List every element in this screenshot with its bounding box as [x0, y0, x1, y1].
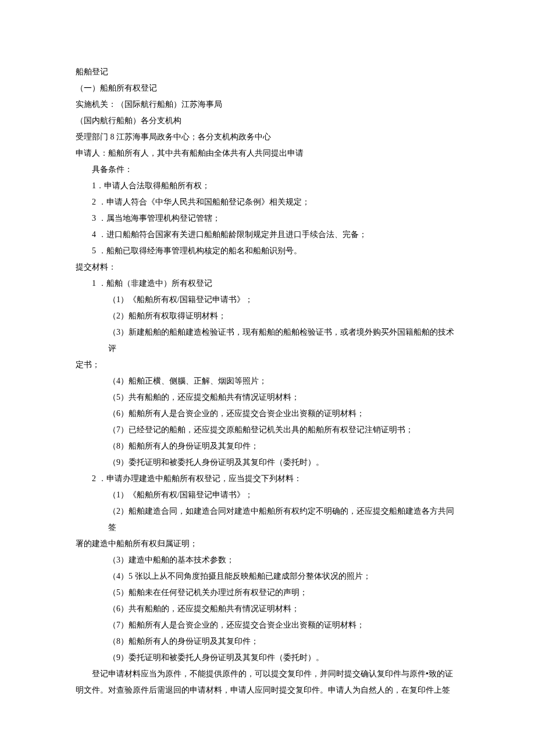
materials-b-item-wrap2: 署的建造中船舶所有权归属证明；: [76, 536, 459, 552]
condition-item: 4 ．进口船舶符合国家有关进口船舶船龄限制规定并且进口手续合法、完备；: [76, 227, 459, 243]
footer-note-line1: 登记申请材料应当为原件，不能提供原件的，可以提交复印件，并同时提交确认复印件与原…: [76, 666, 459, 682]
materials-b-item: （6）共有船舶的，还应提交船舶共有情况证明材料；: [76, 601, 459, 617]
materials-b-item: （3）建造中船舶的基本技术参数；: [76, 552, 459, 568]
agency-line-2: （国内航行船舶）各分支机构: [76, 113, 459, 129]
document-page: 船舶登记 （一）船舶所有权登记 实施机关：（国际航行船舶）江苏海事局 （国内航行…: [0, 0, 535, 756]
materials-b-item: （7）船舶所有人是合资企业的，还应提交合资企业出资额的证明材料；: [76, 617, 459, 633]
materials-a-item-wrap2: 定书；: [76, 357, 459, 373]
materials-b-item: （1）《船舶所有权/国籍登记申请书》；: [76, 487, 459, 503]
accept-dept: 受理部门 8 江苏海事局政务中心；各分支机构政务中心: [76, 129, 459, 145]
condition-item: 5 ．船舶已取得经海事管理机构核定的船名和船舶识别号。: [76, 243, 459, 259]
doc-main-title: 船舶登记: [76, 64, 459, 80]
materials-b-header: 2 ．申请办理建造中船舶所有权登记，应当提交下列材料：: [76, 471, 459, 487]
materials-a-item-wrap1: （3）新建船舶的船舶建造检验证书，现有船舶的船舶检验证书，或者境外购买外国籍船舶…: [76, 324, 459, 357]
materials-a-item: （6）船舶所有人是合资企业的，还应提交合资企业出资额的证明材料；: [76, 406, 459, 422]
section-header: （一）船舶所有权登记: [76, 80, 459, 96]
materials-b-item: （8）船舶所有人的身份证明及其复印件；: [76, 633, 459, 650]
applicant-line: 申请人：船舶所有人，其中共有船舶由全体共有人共同提出申请: [76, 145, 459, 162]
materials-a-item: （5）共有船舶的，还应提交船舶共有情况证明材料；: [76, 389, 459, 406]
conditions-label: 具备条件：: [76, 162, 459, 178]
materials-a-item: （2）船舶所有权取得证明材料；: [76, 308, 459, 324]
materials-a-item: （8）船舶所有人的身份证明及其复印件；: [76, 438, 459, 454]
materials-b-item-wrap1: （2）船舶建造合同，如建造合同对建造中船舶所有权约定不明确的，还应提交船舶建造各…: [76, 503, 459, 536]
materials-a-item: （9）委托证明和被委托人身份证明及其复印件（委托时）。: [76, 454, 459, 471]
footer-note-line2: 明文件。对查验原件后需退回的申请材料，申请人应同时提交复印件。申请人为自然人的，…: [76, 682, 459, 698]
condition-item: 1．申请人合法取得船舶所有权；: [76, 178, 459, 194]
agency-line-1: 实施机关：（国际航行船舶）江苏海事局: [76, 96, 459, 113]
materials-b-item: （5）船舶未在任何登记机关办理过所有权登记的声明；: [76, 585, 459, 601]
materials-a-item: （4）船舶正横、侧腦、正解、烟囱等照片；: [76, 373, 459, 389]
condition-item: 2 ．申请人符合《中华人民共和国船舶登记条例》相关规定；: [76, 194, 459, 210]
materials-a-header: 1 ．船舶（非建造中）所有权登记: [76, 275, 459, 292]
condition-item: 3 ．属当地海事管理机构登记管辖；: [76, 210, 459, 227]
materials-a-item: （1）《船舶所有权/国籍登记申请书》；: [76, 292, 459, 308]
materials-label: 提交材料：: [76, 259, 459, 275]
materials-b-item: （4）5 张以上从不同角度拍摄且能反映船舶已建成部分整体状况的照片；: [76, 568, 459, 585]
materials-a-item: （7）已经登记的船舶，还应提交原船舶登记机关出具的船舶所有权登记注销证明书；: [76, 422, 459, 438]
materials-b-item: （9）委托证明和被委托人身份证明及其复印件（委托时）。: [76, 650, 459, 666]
